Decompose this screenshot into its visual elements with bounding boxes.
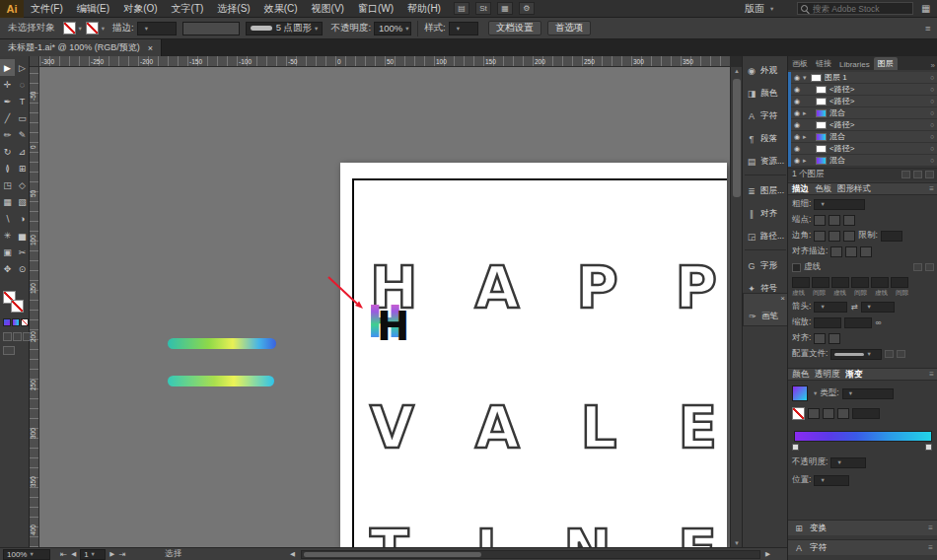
ruler-corner[interactable]: [30, 56, 39, 67]
tool-pen[interactable]: ✒: [0, 93, 15, 109]
layer-row[interactable]: ◉ <路径> ○: [788, 143, 937, 155]
location-dropdown[interactable]: ▾: [814, 475, 849, 486]
join-miter-button[interactable]: [814, 231, 826, 242]
layer-name[interactable]: <路径>: [829, 119, 926, 130]
weight-field[interactable]: ▾: [814, 199, 865, 210]
menu-edit[interactable]: 编辑(E): [70, 0, 116, 18]
stroke-none-swatch[interactable]: [792, 407, 805, 420]
panel-paragraph-button[interactable]: ¶ 段落: [743, 128, 788, 149]
layer-name[interactable]: 混合: [829, 107, 926, 118]
target-icon[interactable]: ○: [926, 145, 937, 152]
cap-butt-button[interactable]: [814, 215, 826, 226]
expander-icon[interactable]: ▸: [803, 133, 811, 141]
panel-glyphs-button[interactable]: G 字形: [743, 255, 788, 276]
reverse-gradient-button[interactable]: [808, 408, 820, 419]
left-ruler[interactable]: -50 0 50 100 150 200 250 300 350 400: [30, 67, 39, 547]
panel-align-button[interactable]: ∥ 对齐: [743, 203, 788, 224]
swap-arrows-icon[interactable]: ⇄: [850, 302, 857, 312]
hscroll-left-icon[interactable]: ◀: [290, 550, 295, 558]
tool-free-transform[interactable]: ⊞: [15, 160, 30, 176]
panel-pathfinder-button[interactable]: ◲ 路径...: [743, 226, 788, 246]
visibility-eye-icon[interactable]: ◉: [791, 145, 803, 153]
tool-direct-selection[interactable]: ▷: [15, 59, 30, 76]
tool-zoom[interactable]: ⊙: [15, 260, 30, 277]
make-mask-button[interactable]: [901, 171, 910, 178]
screen-mode-button[interactable]: [3, 346, 15, 355]
tool-hand[interactable]: ✥: [0, 260, 15, 277]
panel-color-button[interactable]: ◨ 颜色: [743, 83, 788, 104]
tab-links[interactable]: 链接: [812, 57, 835, 70]
layer-row[interactable]: ◉ <路径> ○: [788, 84, 937, 96]
limit-field[interactable]: [881, 231, 902, 242]
visibility-eye-icon[interactable]: ◉: [791, 133, 803, 141]
first-artboard-icon[interactable]: ⇤: [60, 549, 67, 559]
expander-icon[interactable]: ▸: [803, 157, 811, 165]
tool-slice[interactable]: ✂: [15, 244, 30, 260]
brushes-close-icon[interactable]: ×: [780, 294, 785, 303]
tab-gradient[interactable]: 渐变: [846, 369, 863, 381]
new-layer-button[interactable]: [913, 171, 922, 178]
app-grid-icon[interactable]: ▦: [921, 3, 930, 14]
menu-file[interactable]: 文件(F): [24, 0, 70, 18]
gap-field[interactable]: [851, 277, 869, 288]
tool-artboard[interactable]: ▣: [0, 244, 15, 260]
expander-icon[interactable]: ▾: [803, 74, 811, 82]
gradient-blend-bar-2[interactable]: [168, 376, 274, 386]
panel-appearance-button[interactable]: ◉ 外观: [743, 60, 788, 81]
tool-symbol-sprayer[interactable]: ✳: [0, 227, 15, 244]
top-ruler[interactable]: -300 -250 -200 -150 -100 -50 0 50 100 15…: [39, 56, 730, 67]
layer-name[interactable]: <路径>: [829, 143, 926, 154]
zoom-dropdown[interactable]: 100% ▾: [3, 549, 50, 560]
target-icon[interactable]: ○: [926, 98, 937, 105]
tool-rotate[interactable]: ↻: [0, 143, 15, 160]
stroke-gradient-along-button[interactable]: [837, 408, 849, 419]
last-artboard-icon[interactable]: ⇥: [118, 549, 125, 559]
tool-width[interactable]: ≬: [0, 160, 15, 176]
tool-gradient[interactable]: ▧: [15, 193, 30, 210]
prev-artboard-icon[interactable]: ◀: [71, 550, 76, 558]
dash-field[interactable]: [871, 277, 889, 288]
character-panel-header[interactable]: A 字符 ≡: [788, 539, 937, 555]
tool-line-segment[interactable]: ╱: [0, 109, 15, 126]
gradient-angle-field[interactable]: [852, 408, 880, 419]
search-input[interactable]: [811, 3, 909, 15]
letter[interactable]: A: [475, 399, 520, 456]
tab-libraries[interactable]: Libraries: [835, 59, 874, 70]
horizontal-scrollbar[interactable]: [301, 550, 760, 559]
panel-menu-icon[interactable]: ≡: [928, 543, 933, 552]
stroke-swatch[interactable]: [86, 22, 99, 35]
cap-projecting-button[interactable]: [843, 215, 855, 226]
profile-dropdown[interactable]: ▾: [830, 349, 882, 360]
panel-layers-button[interactable]: ≣ 图层...: [743, 180, 788, 201]
layer-row[interactable]: ◉ <路径> ○: [788, 96, 937, 107]
layer-name[interactable]: 混合: [829, 155, 926, 166]
gap-field[interactable]: [812, 277, 829, 288]
menu-effect[interactable]: 效果(C): [257, 0, 305, 18]
menu-help[interactable]: 帮助(H): [400, 0, 448, 18]
hscroll-right-icon[interactable]: ▶: [765, 550, 770, 558]
collapse-dock-icon[interactable]: »: [931, 61, 935, 70]
artboard-number-field[interactable]: 1 ▾: [80, 549, 106, 560]
tab-graphic-styles[interactable]: 图形样式: [837, 183, 871, 195]
letter[interactable]: P: [576, 259, 618, 316]
letter-row-happ[interactable]: H A P P: [370, 259, 717, 316]
stock-icon[interactable]: St: [475, 2, 491, 15]
gradient-slider[interactable]: [794, 431, 932, 442]
dashed-checkbox[interactable]: [792, 263, 801, 272]
tab-swatches[interactable]: 色板: [815, 183, 831, 195]
panel-assets-button[interactable]: ▤ 资源...: [743, 151, 788, 172]
gradient-type-dropdown[interactable]: ▾: [842, 388, 894, 399]
next-artboard-icon[interactable]: ▶: [109, 550, 114, 558]
tool-scale[interactable]: ⊿: [15, 143, 30, 160]
gpu-settings-icon[interactable]: ⚙: [519, 2, 535, 15]
gradient-button[interactable]: [12, 318, 20, 326]
menu-type[interactable]: 文字(T): [165, 0, 211, 18]
fill-caret-icon[interactable]: ▾: [79, 25, 82, 33]
letter[interactable]: E: [678, 399, 717, 456]
cap-round-button[interactable]: [829, 215, 840, 226]
visibility-eye-icon[interactable]: ◉: [791, 109, 803, 117]
stroke-caret-icon[interactable]: ▾: [102, 25, 105, 33]
dash-field[interactable]: [792, 277, 810, 288]
delete-layer-button[interactable]: [925, 171, 934, 178]
color-button[interactable]: [3, 318, 11, 326]
